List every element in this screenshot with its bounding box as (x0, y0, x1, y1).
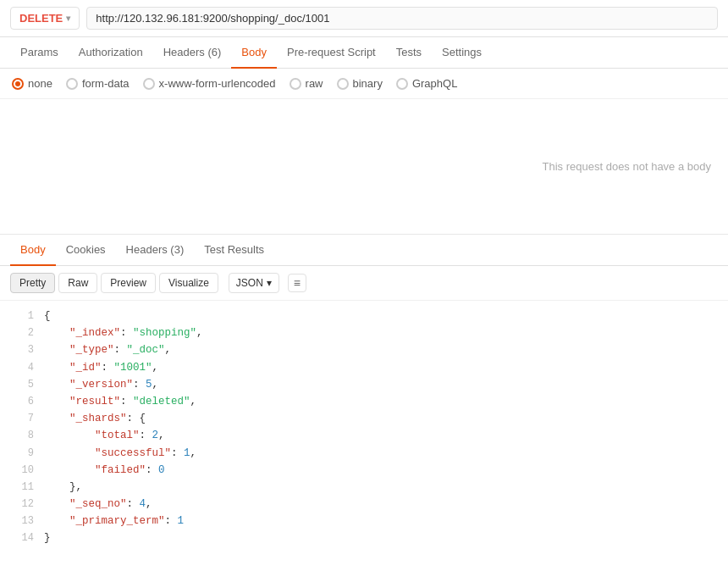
json-line: 1{ (0, 308, 728, 324)
radio-form-data-dot (66, 78, 78, 90)
line-number: 8 (7, 428, 34, 444)
line-content: "failed": 0 (44, 462, 165, 479)
format-type-label: JSON (236, 277, 263, 289)
json-viewer: 1{2 "_index": "shopping",3 "_type": "_do… (0, 301, 728, 554)
json-line: 8 "total": 2, (0, 427, 728, 444)
body-type-raw[interactable]: raw (290, 77, 323, 90)
wrap-icon[interactable]: ≡ (288, 274, 306, 292)
body-type-graphql-label: GraphQL (412, 77, 457, 90)
line-content: "_version": 5, (44, 376, 158, 393)
line-number: 14 (7, 530, 34, 546)
json-line: 9 "successful": 1, (0, 445, 728, 462)
body-type-binary-label: binary (353, 77, 383, 90)
line-content: "successful": 1, (44, 445, 196, 462)
tab-authorization[interactable]: Authorization (69, 37, 153, 69)
request-tabs: Params Authorization Headers (6) Body Pr… (0, 37, 728, 69)
line-content: "_id": "1001", (44, 359, 158, 376)
line-content: "_shards": { (44, 410, 146, 427)
line-number: 2 (7, 325, 34, 341)
tab-pre-request-script[interactable]: Pre-request Script (277, 37, 386, 69)
line-number: 9 (7, 446, 34, 462)
body-type-none[interactable]: none (12, 77, 52, 90)
no-body-area: This request does not have a body (0, 99, 728, 235)
response-format-bar: Pretty Raw Preview Visualize JSON ▾ ≡ (0, 266, 728, 301)
format-btn-preview[interactable]: Preview (101, 273, 156, 293)
json-line: 5 "_version": 5, (0, 376, 728, 393)
line-content: "_primary_term": 1 (44, 513, 184, 529)
json-line: 3 "_type": "_doc", (0, 341, 728, 358)
line-content: "_seq_no": 4, (44, 496, 152, 513)
radio-urlencoded-dot (143, 78, 155, 90)
format-type-selector[interactable]: JSON ▾ (229, 273, 279, 293)
json-line: 11 }, (0, 479, 728, 496)
line-number: 5 (7, 377, 34, 393)
line-content: "_type": "_doc", (44, 341, 171, 358)
body-type-binary[interactable]: binary (337, 77, 383, 90)
format-btn-raw[interactable]: Raw (58, 273, 97, 293)
json-line: 6 "result": "deleted", (0, 393, 728, 410)
tab-body[interactable]: Body (231, 37, 277, 69)
body-type-bar: none form-data x-www-form-urlencoded raw… (0, 69, 728, 99)
json-line: 13 "_primary_term": 1 (0, 513, 728, 529)
format-btn-visualize[interactable]: Visualize (159, 273, 218, 293)
tab-params[interactable]: Params (10, 37, 69, 69)
response-tab-headers[interactable]: Headers (3) (116, 235, 195, 266)
response-tab-body[interactable]: Body (10, 235, 56, 266)
json-line: 10 "failed": 0 (0, 462, 728, 479)
line-number: 1 (7, 308, 34, 324)
radio-binary-dot (337, 78, 349, 90)
body-type-graphql[interactable]: GraphQL (396, 77, 457, 90)
body-type-none-label: none (28, 77, 52, 90)
json-line: 2 "_index": "shopping", (0, 324, 728, 341)
method-label: DELETE (19, 12, 63, 25)
radio-raw-dot (290, 78, 301, 90)
json-line: 14} (0, 529, 728, 546)
line-content: { (44, 308, 51, 324)
format-type-chevron: ▾ (267, 277, 272, 289)
json-line: 4 "_id": "1001", (0, 359, 728, 376)
line-number: 7 (7, 411, 34, 427)
radio-graphql-dot (396, 78, 408, 90)
url-input[interactable] (86, 7, 718, 30)
json-line: 12 "_seq_no": 4, (0, 496, 728, 513)
response-tabs: Body Cookies Headers (3) Test Results (0, 235, 728, 266)
url-bar: DELETE ▾ (0, 0, 728, 37)
tab-tests[interactable]: Tests (386, 37, 432, 69)
response-section: Body Cookies Headers (3) Test Results Pr… (0, 235, 728, 554)
line-number: 6 (7, 394, 34, 410)
response-tab-cookies[interactable]: Cookies (56, 235, 116, 266)
method-selector[interactable]: DELETE ▾ (10, 7, 80, 30)
line-number: 13 (7, 513, 34, 529)
line-number: 12 (7, 496, 34, 513)
json-line: 7 "_shards": { (0, 410, 728, 427)
line-content: "total": 2, (44, 427, 165, 444)
tab-headers[interactable]: Headers (6) (153, 37, 232, 69)
format-btn-pretty[interactable]: Pretty (10, 273, 55, 293)
body-type-form-data[interactable]: form-data (66, 77, 130, 90)
radio-none-dot (12, 78, 24, 90)
tab-settings[interactable]: Settings (432, 37, 492, 69)
body-type-raw-label: raw (306, 77, 323, 90)
line-number: 11 (7, 480, 34, 496)
body-type-urlencoded[interactable]: x-www-form-urlencoded (143, 77, 276, 90)
body-type-form-data-label: form-data (82, 77, 130, 90)
method-chevron: ▾ (66, 14, 70, 23)
line-number: 3 (7, 342, 34, 358)
body-type-urlencoded-label: x-www-form-urlencoded (159, 77, 276, 90)
line-content: } (44, 529, 51, 546)
line-content: "result": "deleted", (44, 393, 196, 410)
line-number: 4 (7, 360, 34, 376)
line-number: 10 (7, 463, 34, 479)
line-content: "_index": "shopping", (44, 324, 203, 341)
line-content: }, (44, 479, 82, 496)
no-body-message: This request does not have a body (543, 160, 711, 173)
response-tab-test-results[interactable]: Test Results (194, 235, 274, 266)
